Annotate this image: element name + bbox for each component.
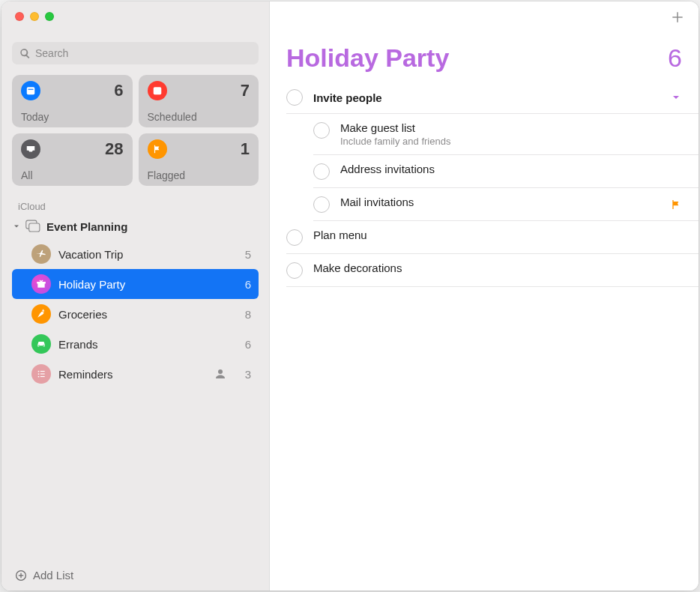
smart-today-label: Today [21,111,124,123]
add-list-button[interactable]: Add List [1,561,269,591]
list-count: 6 [241,278,251,291]
reminder-address-invitations[interactable]: Address invitations [313,155,699,188]
collapse-subtasks-icon[interactable] [670,91,682,103]
list-holiday-party[interactable]: Holiday Party 6 [12,269,259,299]
add-list-label: Add List [33,569,73,582]
list-vacation-trip[interactable]: Vacation Trip 5 [12,239,259,269]
gift-icon [31,274,51,294]
svg-rect-8 [40,371,45,372]
reminder-title: Make guest list [340,121,682,134]
list-count: 8 [241,308,251,321]
list-reminders[interactable]: Reminders 3 [12,359,259,389]
reminder-plan-menu[interactable]: Plan menu [286,221,699,254]
smart-flagged-label: Flagged [148,169,250,181]
reminder-make-guest-list[interactable]: Make guest list Include family and frien… [313,114,699,155]
airplane-icon [31,244,51,264]
smart-lists: 6 Today 7 Scheduled 28 [1,70,269,189]
svg-rect-2 [153,87,161,94]
smart-scheduled-count: 7 [241,81,250,100]
calendar-icon [148,81,167,100]
sidebar: Search 6 Today 7 S [1,1,270,591]
calendar-today-icon [21,81,40,100]
reminder-make-decorations[interactable]: Make decorations [286,254,699,287]
list-label: Reminders [58,368,206,381]
new-reminder-button[interactable] [670,10,685,25]
smart-all[interactable]: 28 All [12,133,133,186]
svg-rect-10 [40,376,45,377]
reminder-title: Address invitations [340,163,682,175]
carrot-icon [31,304,51,324]
search-placeholder: Search [35,47,68,59]
car-icon [31,334,51,354]
smart-flagged[interactable]: 1 Flagged [139,133,259,186]
list-count: 6 [241,338,251,351]
complete-toggle[interactable] [286,89,303,106]
close-window-button[interactable] [15,12,24,21]
search-wrap: Search [1,31,269,70]
inbox-icon [21,139,40,159]
smart-all-label: All [21,169,124,181]
complete-toggle[interactable] [313,122,330,139]
list-groceries[interactable]: Groceries 8 [12,299,259,329]
smart-all-count: 28 [105,139,123,159]
minimize-window-button[interactable] [30,12,39,21]
list-label: Vacation Trip [58,248,233,261]
group-label: Event Planning [46,220,127,233]
shared-icon [214,367,227,381]
complete-toggle[interactable] [286,229,303,246]
reminder-list: Invite people Make guest list Include fa… [270,76,699,287]
window-controls [1,1,269,31]
list-label: Errands [58,338,233,351]
complete-toggle[interactable] [313,163,330,180]
reminder-title: Plan menu [313,229,682,241]
list-count: 3 [241,368,251,381]
app-window: Search 6 Today 7 S [1,1,699,591]
complete-toggle[interactable] [313,196,330,213]
reminder-note: Include family and friends [340,136,682,147]
smart-today-count: 6 [114,81,123,100]
list-count: 5 [241,248,251,261]
svg-rect-4 [29,223,40,232]
smart-flagged-count: 1 [241,139,250,159]
detail-title: Holiday Party [286,43,449,73]
reminder-title: Mail invitations [340,196,660,208]
reminder-title: Invite people [313,91,660,104]
list-errands[interactable]: Errands 6 [12,329,259,359]
sidebar-lists: Vacation Trip 5 Holiday Party 6 Grocerie… [1,238,269,389]
svg-rect-9 [40,373,45,374]
smart-scheduled[interactable]: 7 Scheduled [139,75,259,127]
svg-point-7 [38,376,40,378]
detail-toolbar [270,1,699,33]
chevron-down-icon [12,222,21,231]
zoom-window-button[interactable] [45,12,54,21]
detail-count: 6 [668,43,682,73]
flag-icon [670,199,682,211]
reminder-title: Make decorations [313,262,682,274]
detail-pane: Holiday Party 6 Invite people Make guest… [270,1,699,591]
smart-scheduled-label: Scheduled [148,111,250,123]
detail-header: Holiday Party 6 [270,33,699,76]
svg-point-5 [38,371,40,372]
list-label: Holiday Party [58,278,233,291]
list-icon [31,364,51,384]
group-event-planning[interactable]: Event Planning [1,215,269,238]
subtask-group: Make guest list Include family and frien… [286,114,699,221]
section-header: iCloud [1,189,269,215]
reminder-mail-invitations[interactable]: Mail invitations [313,188,699,221]
search-input[interactable]: Search [12,42,259,64]
svg-point-6 [38,373,40,375]
search-icon [19,48,31,59]
smart-today[interactable]: 6 Today [12,75,133,127]
svg-rect-0 [27,87,35,94]
reminder-invite-people[interactable]: Invite people [286,82,699,114]
complete-toggle[interactable] [286,262,303,279]
svg-point-11 [218,369,223,374]
svg-rect-1 [28,89,34,90]
plus-circle-icon [15,570,27,582]
flag-icon [148,139,167,159]
folder-stack-icon [25,220,42,233]
list-label: Groceries [58,308,233,321]
